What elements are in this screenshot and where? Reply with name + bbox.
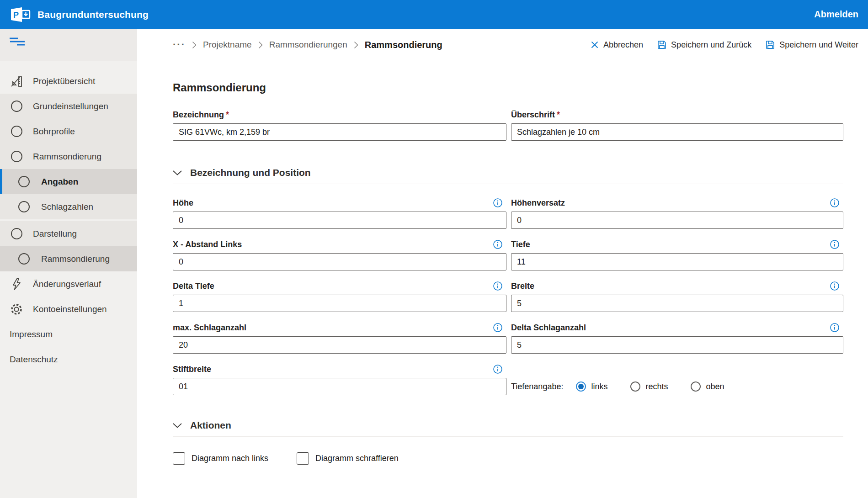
field-label: Tiefe (511, 240, 530, 249)
sidebar-item-label: Darstellung (33, 229, 77, 239)
info-icon[interactable] (493, 323, 503, 333)
field-tiefenangabe: Tiefenangabe: links rechts (511, 364, 843, 395)
info-icon[interactable] (830, 198, 840, 208)
breadcrumb-projektname[interactable]: Projektname (203, 40, 252, 50)
hoehenversatz-input[interactable] (511, 212, 843, 229)
svg-text:P: P (13, 11, 19, 20)
section-aktionen[interactable]: Aktionen (173, 420, 843, 437)
app-root: P Baugrunduntersuchung Abmelden (0, 0, 868, 498)
sidebar-section-bottom: Änderungsverlauf Kontoeinstellungen Impr… (0, 271, 137, 372)
sidebar-section-top: Projektübersicht (0, 61, 137, 94)
close-icon (590, 40, 599, 49)
field-stiftbreite: Stiftbreite (173, 364, 506, 395)
app-header: P Baugrunduntersuchung Abmelden (0, 0, 868, 29)
flash-icon (10, 278, 23, 291)
menu-toggle-icon[interactable] (9, 37, 26, 46)
circle-icon (17, 201, 30, 212)
page-title: Rammsondierung (173, 81, 843, 94)
tiefe-input[interactable] (511, 253, 843, 270)
ueberschrift-input[interactable] (511, 123, 843, 141)
sidebar-item-label: Rammsondierung (41, 254, 110, 264)
cancel-button[interactable]: Abbrechen (590, 40, 643, 50)
save-and-next-label: Speichern und Weiter (779, 40, 858, 50)
sidebar-item-grundeinstellungen[interactable]: Grundeinstellungen (0, 94, 137, 119)
command-bar: ··· Projektname Rammsondierungen Rammson… (137, 29, 868, 61)
sidebar-item-rammsondierung[interactable]: Rammsondierung (0, 144, 137, 169)
chevron-down-icon (173, 423, 182, 428)
sidebar-group-darstellung: Darstellung Rammsondierung (0, 221, 137, 271)
sidebar-item-schlagzahlen[interactable]: Schlagzahlen (0, 194, 137, 219)
field-label: Breite (511, 281, 534, 291)
checkbox-icon (297, 452, 309, 465)
save-icon (765, 40, 775, 50)
sidebar-item-label: Grundeinstellungen (33, 101, 108, 111)
sidebar-filler (0, 372, 137, 498)
info-icon[interactable] (493, 364, 503, 374)
app-title: Baugrunduntersuchung (37, 9, 149, 20)
field-label: Höhenversatz (511, 198, 565, 208)
sidebar-item-angaben[interactable]: Angaben (0, 169, 137, 194)
checkbox-icon (173, 452, 185, 465)
circle-icon (10, 101, 23, 112)
sidebar-item-darstellung[interactable]: Darstellung (0, 221, 137, 246)
stiftbreite-input[interactable] (173, 378, 506, 395)
info-icon[interactable] (493, 239, 503, 249)
breadcrumb-current: Rammsondierung (365, 40, 442, 50)
chevron-down-icon (173, 170, 182, 175)
hoehe-input[interactable] (173, 212, 506, 229)
field-label: Bezeichnung* (173, 110, 229, 120)
sidebar-item-bohrprofile[interactable]: Bohrprofile (0, 119, 137, 144)
main-area: ··· Projektname Rammsondierungen Rammson… (137, 29, 868, 498)
field-label: max. Schlaganzahl (173, 323, 246, 333)
sidebar-item-label: Kontoeinstellungen (33, 304, 107, 314)
chevron-right-icon (192, 41, 197, 49)
delta-schlaganzahl-input[interactable] (511, 336, 843, 354)
info-icon[interactable] (830, 323, 840, 333)
sidebar-item-datenschutz[interactable]: Datenschutz (0, 347, 137, 372)
checkbox-diagramm-schraffieren[interactable]: Diagramm schraffieren (297, 452, 399, 465)
x-abstand-links-input[interactable] (173, 253, 506, 270)
radio-rechts[interactable]: rechts (630, 381, 668, 392)
section-bezeichnung-und-position[interactable]: Bezeichnung und Position (173, 167, 843, 184)
info-icon[interactable] (830, 281, 840, 291)
sidebar-item-rammsondierung-darstellung[interactable]: Rammsondierung (0, 246, 137, 271)
radio-oben[interactable]: oben (691, 381, 724, 392)
breadcrumb-overflow-button[interactable]: ··· (173, 42, 186, 47)
app-logo-icon: P (10, 6, 31, 23)
breite-input[interactable] (511, 295, 843, 312)
info-icon[interactable] (493, 198, 503, 208)
form-content: Rammsondierung Bezeichnung* Überschrift* (137, 61, 868, 465)
top-fields: Bezeichnung* Überschrift* (173, 110, 843, 141)
info-icon[interactable] (493, 281, 503, 291)
sidebar-item-impressum[interactable]: Impressum (0, 322, 137, 347)
sidebar-item-projektuebersicht[interactable]: Projektübersicht (0, 69, 137, 94)
breadcrumb-rammsondierungen[interactable]: Rammsondierungen (269, 40, 347, 50)
section-title: Bezeichnung und Position (190, 167, 311, 178)
field-label: Delta Schlaganzahl (511, 323, 586, 333)
field-label: Stiftbreite (173, 365, 211, 374)
bezeichnung-input[interactable] (173, 123, 506, 141)
info-icon[interactable] (830, 239, 840, 249)
radio-button-icon (576, 381, 586, 392)
sidebar-item-label: Angaben (41, 177, 78, 187)
sidebar-item-kontoeinstellungen[interactable]: Kontoeinstellungen (0, 297, 137, 322)
chevron-right-icon (258, 41, 263, 49)
save-and-back-button[interactable]: Speichern und Zurück (657, 40, 751, 50)
section-title: Aktionen (190, 420, 231, 431)
gear-icon (10, 303, 23, 316)
header-brand: P Baugrunduntersuchung (10, 6, 149, 23)
radio-button-icon (630, 381, 640, 392)
delta-tiefe-input[interactable] (173, 295, 506, 312)
save-and-next-button[interactable]: Speichern und Weiter (765, 40, 858, 50)
sidebar-item-aenderungsverlauf[interactable]: Änderungsverlauf (0, 271, 137, 297)
sidebar-burger-zone (0, 29, 137, 61)
logout-button[interactable]: Abmelden (814, 9, 858, 20)
checkbox-diagramm-nach-links[interactable]: Diagramm nach links (173, 452, 268, 465)
field-x-abstand-links: X - Abstand Links (173, 239, 506, 270)
field-breite: Breite (511, 281, 843, 312)
save-icon (657, 40, 667, 50)
sidebar-item-label: Schlagzahlen (41, 202, 93, 212)
breadcrumb: ··· Projektname Rammsondierungen Rammson… (173, 40, 442, 50)
radio-links[interactable]: links (576, 381, 607, 392)
max-schlaganzahl-input[interactable] (173, 336, 506, 354)
